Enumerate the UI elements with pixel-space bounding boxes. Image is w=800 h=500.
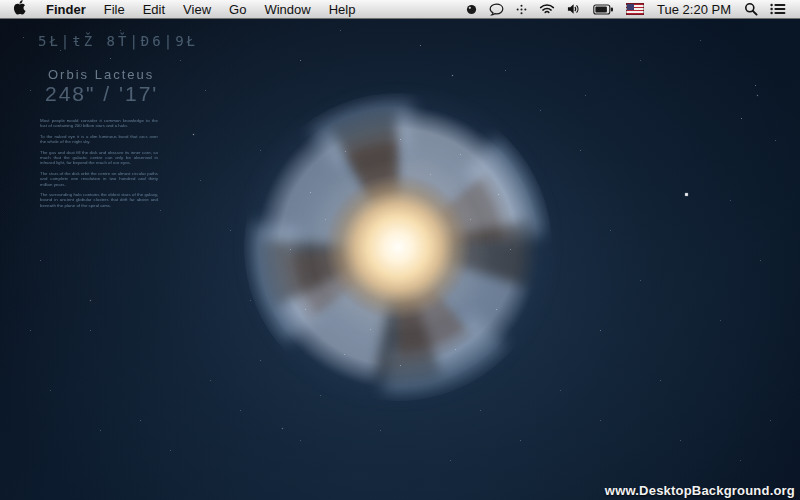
input-source-flag-icon[interactable] [620, 0, 650, 18]
menu-bar: Finder File Edit View Go Window Help [0, 0, 800, 19]
crosshair-dots-icon[interactable] [510, 0, 533, 18]
battery-icon[interactable] [587, 0, 620, 18]
spiral-galaxy [248, 97, 548, 397]
apple-menu[interactable] [10, 0, 37, 18]
notification-center-icon[interactable] [764, 0, 792, 18]
wallpaper-paragraph: Most people would consider it common kno… [40, 118, 158, 129]
us-flag [626, 3, 644, 15]
wallpaper-paragraph: The surrounding halo contains the oldest… [40, 192, 158, 208]
watermark: www.DesktopBackground.org [605, 483, 795, 498]
menu-item-edit[interactable]: Edit [134, 0, 174, 18]
menu-item-go[interactable]: Go [220, 0, 255, 18]
wallpaper-title: Orbis Lacteus [48, 67, 258, 82]
menu-item-window[interactable]: Window [255, 0, 319, 18]
wallpaper-paragraph: To the naked eye it is a dim luminous ba… [40, 134, 158, 145]
menu-bar-clock[interactable]: Tue 2:20 PM [650, 2, 738, 17]
chat-bubble-icon[interactable] [483, 0, 510, 18]
wallpaper-paragraph: The stars of the disk orbit the centre o… [40, 171, 158, 187]
menu-item-view[interactable]: View [174, 0, 220, 18]
apple-icon [14, 0, 27, 18]
galaxy-wallpaper: 5Ł|ŧŽ 8Ť|Đ6|9Ł Orbis Lacteus 248" / '17'… [0, 0, 800, 500]
wallpaper-paragraph: The gas and dust fill the disk and obscu… [40, 150, 158, 166]
menu-item-help[interactable]: Help [320, 0, 365, 18]
glyph-row: 5Ł|ŧŽ 8Ť|Đ6|9Ł [38, 33, 258, 49]
galaxy-core [326, 175, 470, 319]
menu-bar-status: Tue 2:20 PM [460, 0, 800, 18]
menu-item-finder[interactable]: Finder [37, 0, 95, 18]
wallpaper-overlay: 5Ł|ŧŽ 8Ť|Đ6|9Ł Orbis Lacteus 248" / '17'… [38, 33, 258, 213]
wallpaper-measurement: 248" / '17' [45, 82, 258, 106]
wallpaper-paragraphs: Most people would consider it common kno… [40, 118, 158, 208]
spotlight-icon[interactable] [738, 0, 764, 18]
status-circle-icon[interactable] [460, 0, 483, 18]
menu-item-file[interactable]: File [95, 0, 134, 18]
wifi-icon[interactable] [533, 0, 561, 18]
menu-bar-left: Finder File Edit View Go Window Help [0, 0, 364, 18]
desktop-screen: 5Ł|ŧŽ 8Ť|Đ6|9Ł Orbis Lacteus 248" / '17'… [0, 0, 800, 500]
volume-icon[interactable] [561, 0, 587, 18]
